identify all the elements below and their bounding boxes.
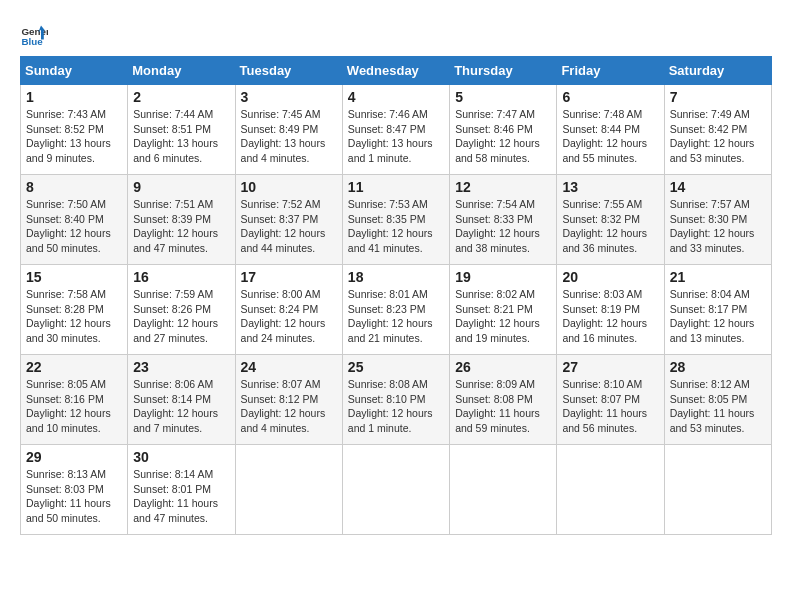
day-number: 24 (241, 359, 337, 375)
day-info: Sunrise: 7:57 AMSunset: 8:30 PMDaylight:… (670, 198, 755, 254)
calendar-week-4: 29 Sunrise: 8:13 AMSunset: 8:03 PMDaylig… (21, 445, 772, 535)
calendar-cell: 19 Sunrise: 8:02 AMSunset: 8:21 PMDaylig… (450, 265, 557, 355)
day-number: 26 (455, 359, 551, 375)
day-number: 23 (133, 359, 229, 375)
day-number: 13 (562, 179, 658, 195)
calendar-cell: 3 Sunrise: 7:45 AMSunset: 8:49 PMDayligh… (235, 85, 342, 175)
day-number: 8 (26, 179, 122, 195)
day-number: 9 (133, 179, 229, 195)
calendar-cell: 11 Sunrise: 7:53 AMSunset: 8:35 PMDaylig… (342, 175, 449, 265)
svg-text:Blue: Blue (21, 36, 43, 47)
day-info: Sunrise: 7:46 AMSunset: 8:47 PMDaylight:… (348, 108, 433, 164)
calendar-header-sunday: Sunday (21, 57, 128, 85)
calendar-cell: 18 Sunrise: 8:01 AMSunset: 8:23 PMDaylig… (342, 265, 449, 355)
calendar-header-thursday: Thursday (450, 57, 557, 85)
day-number: 6 (562, 89, 658, 105)
calendar-week-3: 22 Sunrise: 8:05 AMSunset: 8:16 PMDaylig… (21, 355, 772, 445)
day-number: 19 (455, 269, 551, 285)
calendar-cell: 22 Sunrise: 8:05 AMSunset: 8:16 PMDaylig… (21, 355, 128, 445)
calendar-cell: 28 Sunrise: 8:12 AMSunset: 8:05 PMDaylig… (664, 355, 771, 445)
calendar-header-friday: Friday (557, 57, 664, 85)
day-number: 16 (133, 269, 229, 285)
calendar-cell (235, 445, 342, 535)
calendar-cell: 14 Sunrise: 7:57 AMSunset: 8:30 PMDaylig… (664, 175, 771, 265)
day-info: Sunrise: 7:49 AMSunset: 8:42 PMDaylight:… (670, 108, 755, 164)
calendar-cell: 20 Sunrise: 8:03 AMSunset: 8:19 PMDaylig… (557, 265, 664, 355)
calendar-week-0: 1 Sunrise: 7:43 AMSunset: 8:52 PMDayligh… (21, 85, 772, 175)
day-info: Sunrise: 8:05 AMSunset: 8:16 PMDaylight:… (26, 378, 111, 434)
day-number: 30 (133, 449, 229, 465)
day-info: Sunrise: 7:44 AMSunset: 8:51 PMDaylight:… (133, 108, 218, 164)
day-number: 22 (26, 359, 122, 375)
calendar-cell (450, 445, 557, 535)
calendar-cell: 2 Sunrise: 7:44 AMSunset: 8:51 PMDayligh… (128, 85, 235, 175)
day-number: 21 (670, 269, 766, 285)
day-number: 5 (455, 89, 551, 105)
day-number: 11 (348, 179, 444, 195)
calendar-cell: 16 Sunrise: 7:59 AMSunset: 8:26 PMDaylig… (128, 265, 235, 355)
day-info: Sunrise: 7:51 AMSunset: 8:39 PMDaylight:… (133, 198, 218, 254)
calendar-cell: 9 Sunrise: 7:51 AMSunset: 8:39 PMDayligh… (128, 175, 235, 265)
day-info: Sunrise: 8:03 AMSunset: 8:19 PMDaylight:… (562, 288, 647, 344)
day-info: Sunrise: 7:54 AMSunset: 8:33 PMDaylight:… (455, 198, 540, 254)
calendar-week-1: 8 Sunrise: 7:50 AMSunset: 8:40 PMDayligh… (21, 175, 772, 265)
calendar-header-wednesday: Wednesday (342, 57, 449, 85)
calendar-cell: 15 Sunrise: 7:58 AMSunset: 8:28 PMDaylig… (21, 265, 128, 355)
calendar-cell: 5 Sunrise: 7:47 AMSunset: 8:46 PMDayligh… (450, 85, 557, 175)
page-header: General Blue (20, 20, 772, 48)
calendar-cell: 17 Sunrise: 8:00 AMSunset: 8:24 PMDaylig… (235, 265, 342, 355)
day-info: Sunrise: 8:12 AMSunset: 8:05 PMDaylight:… (670, 378, 755, 434)
calendar-cell: 13 Sunrise: 7:55 AMSunset: 8:32 PMDaylig… (557, 175, 664, 265)
day-info: Sunrise: 8:06 AMSunset: 8:14 PMDaylight:… (133, 378, 218, 434)
day-number: 29 (26, 449, 122, 465)
day-number: 27 (562, 359, 658, 375)
calendar-cell: 30 Sunrise: 8:14 AMSunset: 8:01 PMDaylig… (128, 445, 235, 535)
calendar-cell: 25 Sunrise: 8:08 AMSunset: 8:10 PMDaylig… (342, 355, 449, 445)
day-number: 17 (241, 269, 337, 285)
day-info: Sunrise: 7:43 AMSunset: 8:52 PMDaylight:… (26, 108, 111, 164)
calendar-cell: 21 Sunrise: 8:04 AMSunset: 8:17 PMDaylig… (664, 265, 771, 355)
calendar-cell: 27 Sunrise: 8:10 AMSunset: 8:07 PMDaylig… (557, 355, 664, 445)
day-number: 1 (26, 89, 122, 105)
calendar-cell (664, 445, 771, 535)
day-number: 20 (562, 269, 658, 285)
logo: General Blue (20, 20, 52, 48)
day-info: Sunrise: 8:13 AMSunset: 8:03 PMDaylight:… (26, 468, 111, 524)
day-number: 18 (348, 269, 444, 285)
day-number: 14 (670, 179, 766, 195)
calendar-cell: 8 Sunrise: 7:50 AMSunset: 8:40 PMDayligh… (21, 175, 128, 265)
calendar-header-monday: Monday (128, 57, 235, 85)
day-info: Sunrise: 8:08 AMSunset: 8:10 PMDaylight:… (348, 378, 433, 434)
day-info: Sunrise: 8:00 AMSunset: 8:24 PMDaylight:… (241, 288, 326, 344)
day-info: Sunrise: 8:14 AMSunset: 8:01 PMDaylight:… (133, 468, 218, 524)
calendar-table: SundayMondayTuesdayWednesdayThursdayFrid… (20, 56, 772, 535)
day-info: Sunrise: 7:50 AMSunset: 8:40 PMDaylight:… (26, 198, 111, 254)
calendar-header-tuesday: Tuesday (235, 57, 342, 85)
day-info: Sunrise: 7:47 AMSunset: 8:46 PMDaylight:… (455, 108, 540, 164)
day-number: 2 (133, 89, 229, 105)
day-info: Sunrise: 7:53 AMSunset: 8:35 PMDaylight:… (348, 198, 433, 254)
day-info: Sunrise: 7:52 AMSunset: 8:37 PMDaylight:… (241, 198, 326, 254)
day-number: 10 (241, 179, 337, 195)
day-info: Sunrise: 7:58 AMSunset: 8:28 PMDaylight:… (26, 288, 111, 344)
calendar-cell: 7 Sunrise: 7:49 AMSunset: 8:42 PMDayligh… (664, 85, 771, 175)
day-info: Sunrise: 8:01 AMSunset: 8:23 PMDaylight:… (348, 288, 433, 344)
day-info: Sunrise: 8:09 AMSunset: 8:08 PMDaylight:… (455, 378, 540, 434)
day-info: Sunrise: 7:55 AMSunset: 8:32 PMDaylight:… (562, 198, 647, 254)
day-info: Sunrise: 8:10 AMSunset: 8:07 PMDaylight:… (562, 378, 647, 434)
calendar-cell: 12 Sunrise: 7:54 AMSunset: 8:33 PMDaylig… (450, 175, 557, 265)
calendar-cell: 4 Sunrise: 7:46 AMSunset: 8:47 PMDayligh… (342, 85, 449, 175)
calendar-cell: 24 Sunrise: 8:07 AMSunset: 8:12 PMDaylig… (235, 355, 342, 445)
calendar-cell: 26 Sunrise: 8:09 AMSunset: 8:08 PMDaylig… (450, 355, 557, 445)
calendar-cell: 23 Sunrise: 8:06 AMSunset: 8:14 PMDaylig… (128, 355, 235, 445)
calendar-cell: 6 Sunrise: 7:48 AMSunset: 8:44 PMDayligh… (557, 85, 664, 175)
calendar-header-row: SundayMondayTuesdayWednesdayThursdayFrid… (21, 57, 772, 85)
calendar-cell (342, 445, 449, 535)
calendar-cell (557, 445, 664, 535)
day-info: Sunrise: 8:02 AMSunset: 8:21 PMDaylight:… (455, 288, 540, 344)
calendar-week-2: 15 Sunrise: 7:58 AMSunset: 8:28 PMDaylig… (21, 265, 772, 355)
day-info: Sunrise: 8:04 AMSunset: 8:17 PMDaylight:… (670, 288, 755, 344)
calendar-cell: 10 Sunrise: 7:52 AMSunset: 8:37 PMDaylig… (235, 175, 342, 265)
day-number: 28 (670, 359, 766, 375)
day-info: Sunrise: 7:48 AMSunset: 8:44 PMDaylight:… (562, 108, 647, 164)
